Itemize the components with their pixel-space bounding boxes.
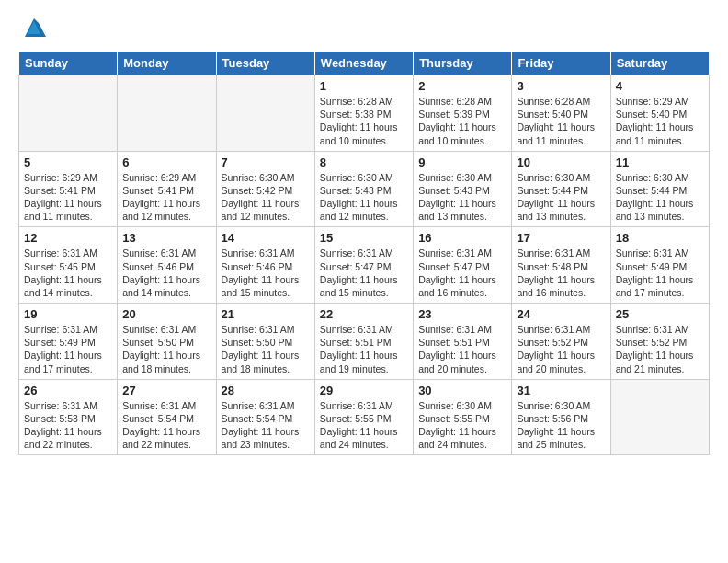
calendar-day-cell (19, 75, 118, 152)
calendar-day-cell: 4Sunrise: 6:29 AMSunset: 5:40 PMDaylight… (610, 75, 709, 152)
day-info: Sunrise: 6:31 AMSunset: 5:45 PMDaylight:… (24, 247, 112, 299)
day-number: 24 (517, 307, 605, 321)
calendar-day-cell: 24Sunrise: 6:31 AMSunset: 5:52 PMDayligh… (512, 304, 610, 380)
day-info: Sunrise: 6:31 AMSunset: 5:46 PMDaylight:… (222, 247, 310, 299)
day-info: Sunrise: 6:31 AMSunset: 5:49 PMDaylight:… (616, 247, 704, 299)
day-number: 31 (517, 384, 605, 397)
calendar-day-cell: 11Sunrise: 6:30 AMSunset: 5:44 PMDayligh… (610, 151, 709, 227)
weekday-header: Friday (512, 52, 610, 75)
day-info: Sunrise: 6:30 AMSunset: 5:55 PMDaylight:… (418, 399, 506, 452)
calendar-day-cell: 2Sunrise: 6:28 AMSunset: 5:39 PMDaylight… (414, 75, 512, 152)
calendar-day-cell: 23Sunrise: 6:31 AMSunset: 5:51 PMDayligh… (414, 304, 512, 380)
day-info: Sunrise: 6:31 AMSunset: 5:52 PMDaylight:… (616, 323, 704, 375)
day-number: 18 (616, 231, 704, 245)
day-info: Sunrise: 6:30 AMSunset: 5:44 PMDaylight:… (517, 171, 605, 224)
day-number: 27 (122, 384, 210, 397)
day-number: 21 (222, 307, 310, 321)
day-number: 28 (222, 384, 310, 397)
day-info: Sunrise: 6:30 AMSunset: 5:44 PMDaylight:… (616, 171, 704, 224)
day-number: 14 (222, 231, 310, 245)
day-number: 22 (320, 307, 408, 321)
calendar-day-cell: 14Sunrise: 6:31 AMSunset: 5:46 PMDayligh… (216, 227, 314, 304)
day-number: 13 (122, 231, 210, 245)
calendar-week-row: 12Sunrise: 6:31 AMSunset: 5:45 PMDayligh… (19, 227, 710, 304)
calendar-day-cell: 5Sunrise: 6:29 AMSunset: 5:41 PMDaylight… (19, 151, 118, 227)
day-number: 4 (616, 79, 704, 93)
day-info: Sunrise: 6:31 AMSunset: 5:47 PMDaylight:… (418, 247, 506, 299)
day-info: Sunrise: 6:31 AMSunset: 5:51 PMDaylight:… (418, 323, 506, 375)
calendar-day-cell: 1Sunrise: 6:28 AMSunset: 5:38 PMDaylight… (314, 75, 413, 152)
calendar-day-cell: 17Sunrise: 6:31 AMSunset: 5:48 PMDayligh… (512, 227, 610, 304)
day-number: 8 (320, 155, 408, 169)
calendar-day-cell: 20Sunrise: 6:31 AMSunset: 5:50 PMDayligh… (118, 304, 216, 380)
day-info: Sunrise: 6:31 AMSunset: 5:54 PMDaylight:… (122, 399, 210, 452)
calendar-day-cell: 7Sunrise: 6:30 AMSunset: 5:42 PMDaylight… (216, 151, 314, 227)
day-info: Sunrise: 6:28 AMSunset: 5:38 PMDaylight:… (320, 95, 408, 147)
calendar-day-cell (610, 379, 709, 455)
day-number: 2 (418, 79, 506, 93)
calendar-day-cell: 13Sunrise: 6:31 AMSunset: 5:46 PMDayligh… (118, 227, 216, 304)
day-number: 3 (517, 79, 605, 93)
calendar-day-cell: 31Sunrise: 6:30 AMSunset: 5:56 PMDayligh… (512, 379, 610, 455)
day-number: 17 (517, 231, 605, 245)
weekday-header: Monday (118, 52, 216, 75)
calendar-week-row: 26Sunrise: 6:31 AMSunset: 5:53 PMDayligh… (19, 379, 710, 455)
weekday-header: Sunday (19, 52, 118, 75)
calendar-day-cell: 18Sunrise: 6:31 AMSunset: 5:49 PMDayligh… (610, 227, 709, 304)
day-number: 16 (418, 231, 506, 245)
day-info: Sunrise: 6:30 AMSunset: 5:43 PMDaylight:… (418, 171, 506, 224)
day-info: Sunrise: 6:31 AMSunset: 5:53 PMDaylight:… (24, 399, 112, 452)
calendar-day-cell: 27Sunrise: 6:31 AMSunset: 5:54 PMDayligh… (118, 379, 216, 455)
calendar-day-cell: 26Sunrise: 6:31 AMSunset: 5:53 PMDayligh… (19, 379, 118, 455)
weekday-header: Wednesday (314, 52, 413, 75)
day-number: 10 (517, 155, 605, 169)
day-info: Sunrise: 6:31 AMSunset: 5:51 PMDaylight:… (320, 323, 408, 375)
header (18, 14, 710, 41)
day-number: 7 (222, 155, 310, 169)
day-info: Sunrise: 6:31 AMSunset: 5:46 PMDaylight:… (122, 247, 210, 299)
calendar-day-cell: 3Sunrise: 6:28 AMSunset: 5:40 PMDaylight… (512, 75, 610, 152)
day-info: Sunrise: 6:30 AMSunset: 5:43 PMDaylight:… (320, 171, 408, 224)
calendar-day-cell: 8Sunrise: 6:30 AMSunset: 5:43 PMDaylight… (314, 151, 413, 227)
calendar-day-cell (216, 75, 314, 152)
day-info: Sunrise: 6:28 AMSunset: 5:39 PMDaylight:… (418, 95, 506, 147)
day-number: 15 (320, 231, 408, 245)
day-info: Sunrise: 6:31 AMSunset: 5:50 PMDaylight:… (122, 323, 210, 375)
day-number: 20 (122, 307, 210, 321)
day-info: Sunrise: 6:31 AMSunset: 5:52 PMDaylight:… (517, 323, 605, 375)
calendar-table: SundayMondayTuesdayWednesdayThursdayFrid… (18, 51, 710, 455)
day-number: 30 (418, 384, 506, 397)
calendar-week-row: 5Sunrise: 6:29 AMSunset: 5:41 PMDaylight… (19, 151, 710, 227)
day-number: 26 (24, 384, 112, 397)
calendar-day-cell: 12Sunrise: 6:31 AMSunset: 5:45 PMDayligh… (19, 227, 118, 304)
day-info: Sunrise: 6:31 AMSunset: 5:54 PMDaylight:… (222, 399, 310, 452)
day-info: Sunrise: 6:30 AMSunset: 5:56 PMDaylight:… (517, 399, 605, 452)
calendar-day-cell: 29Sunrise: 6:31 AMSunset: 5:55 PMDayligh… (314, 379, 413, 455)
weekday-header: Saturday (610, 52, 709, 75)
day-number: 12 (24, 231, 112, 245)
day-number: 25 (616, 307, 704, 321)
day-info: Sunrise: 6:31 AMSunset: 5:47 PMDaylight:… (320, 247, 408, 299)
calendar-day-cell: 15Sunrise: 6:31 AMSunset: 5:47 PMDayligh… (314, 227, 413, 304)
weekday-header: Tuesday (216, 52, 314, 75)
calendar-day-cell: 19Sunrise: 6:31 AMSunset: 5:49 PMDayligh… (19, 304, 118, 380)
day-info: Sunrise: 6:31 AMSunset: 5:49 PMDaylight:… (24, 323, 112, 375)
logo-icon (20, 14, 48, 41)
day-number: 19 (24, 307, 112, 321)
calendar-header-row: SundayMondayTuesdayWednesdayThursdayFrid… (19, 52, 710, 75)
day-number: 5 (24, 155, 112, 169)
calendar-day-cell (118, 75, 216, 152)
calendar-day-cell: 28Sunrise: 6:31 AMSunset: 5:54 PMDayligh… (216, 379, 314, 455)
calendar-day-cell: 16Sunrise: 6:31 AMSunset: 5:47 PMDayligh… (414, 227, 512, 304)
day-number: 11 (616, 155, 704, 169)
calendar-week-row: 19Sunrise: 6:31 AMSunset: 5:49 PMDayligh… (19, 304, 710, 380)
calendar-day-cell: 21Sunrise: 6:31 AMSunset: 5:50 PMDayligh… (216, 304, 314, 380)
weekday-header: Thursday (414, 52, 512, 75)
day-info: Sunrise: 6:29 AMSunset: 5:40 PMDaylight:… (616, 95, 704, 147)
day-number: 23 (418, 307, 506, 321)
calendar-day-cell: 6Sunrise: 6:29 AMSunset: 5:41 PMDaylight… (118, 151, 216, 227)
day-info: Sunrise: 6:29 AMSunset: 5:41 PMDaylight:… (24, 171, 112, 224)
day-number: 9 (418, 155, 506, 169)
calendar-day-cell: 25Sunrise: 6:31 AMSunset: 5:52 PMDayligh… (610, 304, 709, 380)
day-info: Sunrise: 6:31 AMSunset: 5:50 PMDaylight:… (222, 323, 310, 375)
